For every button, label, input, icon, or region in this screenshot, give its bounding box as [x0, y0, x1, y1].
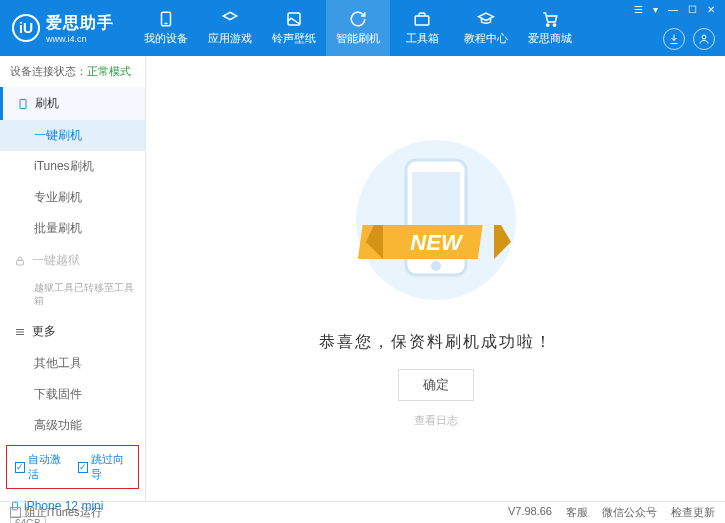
section-label: 一键越狱: [32, 252, 80, 269]
check-icon: ✓: [78, 462, 88, 473]
download-button[interactable]: [663, 28, 685, 50]
nav-label: 应用游戏: [208, 31, 252, 46]
svg-point-5: [553, 24, 555, 26]
nav: 我的设备 应用游戏 铃声壁纸 智能刷机 工具箱 教程中心 爱思商城: [134, 0, 582, 56]
logo: iU 爱思助手 www.i4.cn: [12, 13, 114, 44]
lock-icon: [14, 255, 26, 267]
svg-point-6: [702, 35, 706, 39]
sidebar-download-firmware[interactable]: 下载固件: [0, 379, 145, 410]
sidebar-more[interactable]: 更多: [0, 315, 145, 348]
status-label: 设备连接状态：: [10, 65, 87, 77]
download-icon: [668, 33, 680, 45]
nav-label: 铃声壁纸: [272, 31, 316, 46]
sidebar-batch-flash[interactable]: 批量刷机: [0, 213, 145, 244]
nav-apps[interactable]: 应用游戏: [198, 0, 262, 56]
body: 设备连接状态：正常模式 刷机 一键刷机 iTunes刷机 专业刷机 批量刷机 一…: [0, 56, 725, 501]
success-illustration: NEW: [336, 130, 536, 320]
phone-icon: [17, 98, 29, 110]
wechat-link[interactable]: 微信公众号: [602, 505, 657, 520]
maximize-icon[interactable]: ☐: [686, 4, 699, 15]
chk-label: 跳过向导: [91, 452, 130, 482]
menu-icon[interactable]: ☰: [632, 4, 645, 15]
footer-links: V7.98.66 客服 微信公众号 检查更新: [508, 505, 715, 520]
success-message: 恭喜您，保资料刷机成功啦！: [319, 332, 553, 353]
cart-icon: [541, 10, 559, 28]
refresh-icon: [349, 10, 367, 28]
dropdown-icon[interactable]: ▾: [651, 4, 660, 15]
sidebar-pro-flash[interactable]: 专业刷机: [0, 182, 145, 213]
user-icon: [698, 33, 710, 45]
header: iU 爱思助手 www.i4.cn 我的设备 应用游戏 铃声壁纸 智能刷机 工具…: [0, 0, 725, 56]
window-controls: ☰ ▾ — ☐ ✕: [632, 4, 717, 15]
toolbox-icon: [413, 10, 431, 28]
checkbox-icon: [10, 507, 21, 518]
auto-activate-checkbox[interactable]: ✓自动激活: [15, 452, 68, 482]
svg-text:NEW: NEW: [410, 230, 464, 255]
status-value: 正常模式: [87, 65, 131, 77]
jailbreak-note: 越狱工具已转移至工具箱: [0, 277, 145, 315]
sidebar-jailbreak[interactable]: 一键越狱: [0, 244, 145, 277]
section-label: 刷机: [35, 95, 59, 112]
svg-rect-7: [20, 99, 26, 108]
check-icon: ✓: [15, 462, 25, 473]
app-domain: www.i4.cn: [46, 34, 114, 44]
list-icon: [14, 326, 26, 338]
sidebar-advanced[interactable]: 高级功能: [0, 410, 145, 441]
view-log-link[interactable]: 查看日志: [414, 413, 458, 428]
svg-rect-8: [17, 260, 24, 265]
nav-ringtones[interactable]: 铃声壁纸: [262, 0, 326, 56]
nav-store[interactable]: 爱思商城: [518, 0, 582, 56]
sidebar-itunes-flash[interactable]: iTunes刷机: [0, 151, 145, 182]
block-itunes-checkbox[interactable]: 阻止iTunes运行: [10, 505, 102, 520]
nav-toolbox[interactable]: 工具箱: [390, 0, 454, 56]
options-row: ✓自动激活 ✓跳过向导: [6, 445, 139, 489]
user-button[interactable]: [693, 28, 715, 50]
sidebar-oneclick-flash[interactable]: 一键刷机: [0, 120, 145, 151]
nav-label: 教程中心: [464, 31, 508, 46]
section-label: 更多: [32, 323, 56, 340]
check-update-link[interactable]: 检查更新: [671, 505, 715, 520]
nav-label: 爱思商城: [528, 31, 572, 46]
svg-rect-3: [415, 16, 429, 25]
phone-icon: [157, 10, 175, 28]
version-text: V7.98.66: [508, 505, 552, 520]
nav-tutorials[interactable]: 教程中心: [454, 0, 518, 56]
svg-point-4: [547, 24, 549, 26]
graduation-icon: [477, 10, 495, 28]
sidebar-flash[interactable]: 刷机: [0, 87, 145, 120]
close-icon[interactable]: ✕: [705, 4, 717, 15]
skip-guide-checkbox[interactable]: ✓跳过向导: [78, 452, 131, 482]
main-content: NEW 恭喜您，保资料刷机成功啦！ 确定 查看日志: [146, 56, 725, 501]
nav-mydevice[interactable]: 我的设备: [134, 0, 198, 56]
wallpaper-icon: [285, 10, 303, 28]
chk-label: 自动激活: [28, 452, 67, 482]
nav-flash[interactable]: 智能刷机: [326, 0, 390, 56]
sidebar-other-tools[interactable]: 其他工具: [0, 348, 145, 379]
logo-icon: iU: [12, 14, 40, 42]
chk-label: 阻止iTunes运行: [25, 505, 102, 520]
svg-point-16: [431, 261, 441, 271]
minimize-icon[interactable]: —: [666, 4, 680, 15]
app-name: 爱思助手: [46, 13, 114, 34]
nav-label: 我的设备: [144, 31, 188, 46]
service-link[interactable]: 客服: [566, 505, 588, 520]
ok-button[interactable]: 确定: [398, 369, 474, 401]
connection-status: 设备连接状态：正常模式: [0, 56, 145, 87]
apps-icon: [221, 10, 239, 28]
nav-label: 智能刷机: [336, 31, 380, 46]
sidebar: 设备连接状态：正常模式 刷机 一键刷机 iTunes刷机 专业刷机 批量刷机 一…: [0, 56, 146, 501]
nav-label: 工具箱: [406, 31, 439, 46]
header-actions: [663, 28, 715, 50]
